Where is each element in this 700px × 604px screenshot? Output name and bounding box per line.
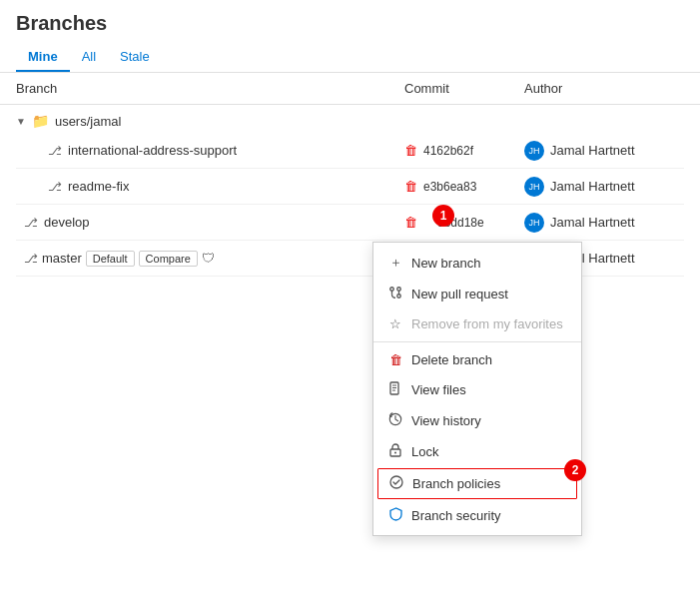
shield-menu-icon bbox=[387, 507, 403, 524]
col-author: Author bbox=[524, 81, 684, 96]
menu-item-remove-favorites[interactable]: ☆ Remove from my favorites bbox=[373, 309, 581, 338]
files-icon bbox=[387, 381, 403, 398]
branch-name: master bbox=[42, 251, 82, 266]
branch-icon: ⎇ bbox=[48, 144, 62, 158]
default-badge[interactable]: Default bbox=[86, 251, 135, 267]
context-menu: ＋ New branch New pull request ☆ Remove f… bbox=[372, 242, 582, 536]
lock-icon bbox=[387, 443, 403, 460]
author-cell: JH Jamal Hartnett bbox=[524, 177, 684, 197]
branch-cell: ⎇ master Default Compare 🛡 bbox=[16, 251, 404, 267]
author-name: Jamal Hartnett bbox=[550, 143, 635, 158]
menu-item-new-branch[interactable]: ＋ New branch bbox=[373, 247, 581, 279]
delete-icon[interactable]: 🗑 bbox=[404, 215, 417, 230]
author-cell: JH Jamal Hartnett bbox=[524, 141, 684, 161]
branch-list: ▼ 📁 users/jamal ⎇ international-address-… bbox=[0, 105, 700, 277]
menu-label: New branch bbox=[411, 256, 480, 271]
pull-request-icon bbox=[387, 286, 403, 302]
menu-label: Remove from my favorites bbox=[411, 316, 563, 331]
tab-all[interactable]: All bbox=[70, 43, 108, 72]
step-badge-1: 1 bbox=[432, 205, 454, 227]
commit-cell: 🗑 1 9bdd18e bbox=[404, 215, 524, 230]
page-header: Branches Mine All Stale bbox=[0, 0, 700, 73]
avatar: JH bbox=[524, 177, 544, 197]
tab-bar: Mine All Stale bbox=[16, 43, 684, 72]
branch-row: ⎇ readme-fix 🗑 e3b6ea83 JH Jamal Hartnet… bbox=[16, 169, 684, 205]
group-row-users-jamal: ▼ 📁 users/jamal bbox=[16, 105, 684, 133]
menu-label: Branch security bbox=[411, 508, 501, 523]
branch-row-develop: ⎇ develop 🗑 1 9bdd18e JH Jamal Hartnett bbox=[16, 205, 684, 241]
history-icon bbox=[387, 412, 403, 429]
star-outline-icon: ☆ bbox=[387, 316, 403, 331]
menu-label: View history bbox=[411, 413, 481, 428]
trash-icon: 🗑 bbox=[387, 352, 403, 367]
branch-icon: ⎇ bbox=[24, 252, 38, 266]
branch-icon: ⎇ bbox=[24, 216, 38, 230]
menu-item-view-history[interactable]: View history bbox=[373, 405, 581, 436]
step-badge-2: 2 bbox=[564, 459, 586, 481]
menu-item-delete-branch[interactable]: 🗑 Delete branch bbox=[373, 345, 581, 374]
svg-point-2 bbox=[397, 288, 401, 292]
menu-label: Delete branch bbox=[411, 352, 492, 367]
commit-cell: 🗑 e3b6ea83 bbox=[404, 179, 524, 194]
shield-icon[interactable]: 🛡 bbox=[202, 251, 215, 266]
col-branch: Branch bbox=[16, 81, 404, 96]
branch-row: ⎇ international-address-support 🗑 4162b6… bbox=[16, 133, 684, 169]
col-commit: Commit bbox=[404, 81, 524, 96]
menu-item-branch-policies[interactable]: Branch policies 2 bbox=[377, 468, 577, 499]
branch-name: international-address-support bbox=[68, 143, 237, 158]
delete-icon[interactable]: 🗑 bbox=[404, 179, 417, 194]
author-name: Jamal Hartnett bbox=[550, 215, 635, 230]
svg-point-1 bbox=[397, 295, 401, 299]
author-name: Jamal Hartnett bbox=[550, 179, 635, 194]
branch-name: develop bbox=[44, 215, 90, 230]
policy-icon bbox=[388, 475, 404, 492]
menu-label: New pull request bbox=[411, 287, 508, 302]
branch-row-master: ⎇ master Default Compare 🛡 ★ ··· 4162b62… bbox=[16, 241, 684, 277]
page-title: Branches bbox=[16, 12, 684, 35]
tab-mine[interactable]: Mine bbox=[16, 43, 70, 72]
table-header: Branch Commit Author bbox=[0, 73, 700, 105]
branch-icon: ⎇ bbox=[48, 180, 62, 194]
avatar: JH bbox=[524, 141, 544, 161]
compare-badge[interactable]: Compare bbox=[139, 251, 198, 267]
menu-item-view-files[interactable]: View files bbox=[373, 374, 581, 405]
svg-point-12 bbox=[390, 476, 402, 488]
menu-label: View files bbox=[411, 382, 466, 397]
chevron-down-icon[interactable]: ▼ bbox=[16, 116, 26, 127]
menu-label: Branch policies bbox=[412, 476, 500, 491]
group-name: users/jamal bbox=[55, 114, 121, 129]
menu-item-lock[interactable]: Lock bbox=[373, 436, 581, 467]
branch-cell: ⎇ develop bbox=[16, 215, 404, 230]
branch-name: readme-fix bbox=[68, 179, 129, 194]
tab-stale[interactable]: Stale bbox=[108, 43, 162, 72]
author-cell: JH Jamal Hartnett bbox=[524, 213, 684, 233]
branch-cell: ⎇ international-address-support bbox=[16, 143, 404, 158]
menu-label: Lock bbox=[411, 444, 438, 459]
avatar: JH bbox=[524, 213, 544, 233]
delete-icon[interactable]: 🗑 bbox=[404, 143, 417, 158]
commit-cell: 🗑 4162b62f bbox=[404, 143, 524, 158]
menu-item-branch-security[interactable]: Branch security bbox=[373, 500, 581, 531]
menu-divider bbox=[373, 341, 581, 342]
svg-point-0 bbox=[390, 288, 394, 292]
branch-cell: ⎇ readme-fix bbox=[16, 179, 404, 194]
folder-icon: 📁 bbox=[32, 113, 49, 129]
plus-icon: ＋ bbox=[387, 254, 403, 272]
svg-point-11 bbox=[394, 452, 396, 454]
commit-hash: e3b6ea83 bbox=[423, 180, 476, 194]
menu-item-new-pull-request[interactable]: New pull request bbox=[373, 279, 581, 309]
commit-hash: 4162b62f bbox=[423, 144, 473, 158]
